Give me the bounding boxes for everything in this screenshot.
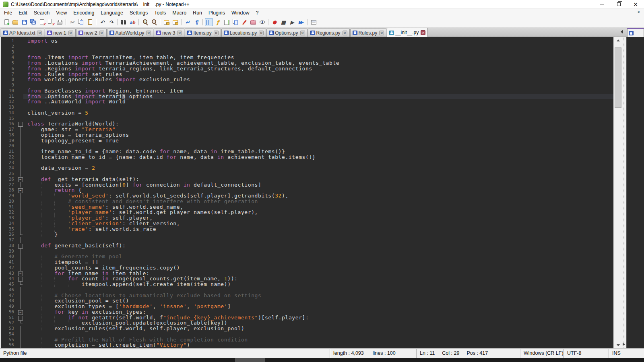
status-insert-mode[interactable]: INS	[609, 349, 644, 358]
print-icon[interactable]	[56, 18, 64, 26]
redo-icon[interactable]: ↷	[107, 18, 115, 26]
close-all-files-icon[interactable]: x	[47, 18, 55, 26]
small-x-icon[interactable]: x	[637, 9, 640, 14]
find-icon[interactable]	[120, 18, 128, 26]
tab-close-icon[interactable]: ×	[259, 31, 264, 35]
menu-run[interactable]: Run	[190, 10, 205, 16]
eye-icon[interactable]	[258, 18, 266, 26]
menu-macro[interactable]: Macro	[169, 10, 190, 16]
view-splitter[interactable]	[622, 37, 626, 348]
tab-ap-ideas-txt[interactable]: AP Ideas.txt×	[1, 29, 44, 37]
lightning-icon[interactable]: ƒ	[214, 18, 222, 26]
menu-encoding[interactable]: Encoding	[70, 10, 97, 16]
tab-autoworld-py[interactable]: AutoWorld.py×	[107, 29, 154, 37]
save-icon[interactable]	[20, 18, 28, 26]
tab-close-icon[interactable]: ×	[343, 31, 347, 35]
menu-[interactable]: ?	[253, 10, 262, 16]
copy-icon[interactable]	[77, 18, 85, 26]
tab--init-py[interactable]: __init__.py×	[387, 28, 428, 37]
document-switcher-icon[interactable]	[231, 18, 239, 26]
tab-new-2[interactable]: new 2×	[76, 29, 107, 37]
document-map-icon[interactable]	[223, 18, 231, 26]
editor[interactable]: 1import os234from .Items import Terraria…	[0, 37, 613, 348]
tab-rules-py[interactable]: Rules.py×	[350, 29, 387, 37]
fold-collapse-icon[interactable]	[17, 309, 23, 315]
status-eol-format[interactable]: Windows (CR LF)	[520, 349, 564, 358]
tab-regions-py[interactable]: Regions.py×	[308, 29, 350, 37]
play-macro-icon[interactable]: ▶	[288, 18, 296, 26]
code-line: 24 data_version = 2	[1, 165, 613, 171]
tab-locations-py[interactable]: Locations.py×	[221, 29, 266, 37]
menu-language[interactable]: Language	[97, 10, 126, 16]
vertical-scrollbar[interactable]	[613, 37, 622, 348]
status-line: Ln : 11	[420, 350, 435, 356]
zoom-out-icon[interactable]: −	[150, 18, 158, 26]
sync-vertical-scroll-icon[interactable]	[162, 18, 170, 26]
status-encoding[interactable]: UTF-8	[564, 349, 609, 358]
secondary-editor[interactable]	[626, 37, 644, 348]
run-macro-multiple-icon[interactable]: ▶▶	[297, 18, 305, 26]
save-all-icon[interactable]	[29, 18, 37, 26]
close-file-icon[interactable]: x	[38, 18, 46, 26]
tab-close-icon[interactable]: ×	[421, 30, 425, 35]
tab-items-py[interactable]: Items.py×	[185, 29, 221, 37]
macro-grid-icon[interactable]	[310, 18, 318, 26]
fold-collapse-icon[interactable]	[17, 276, 23, 282]
menu-view[interactable]: View	[53, 10, 70, 16]
tab-new-3[interactable]: new 3×	[154, 29, 184, 37]
tab-close-icon[interactable]: ×	[300, 31, 305, 35]
close-button[interactable]: ×	[627, 0, 644, 8]
replace-icon[interactable]: ab	[128, 18, 136, 26]
tab-close-icon[interactable]: ×	[214, 31, 219, 35]
indent-guide	[54, 199, 55, 204]
tab-close-icon[interactable]: ×	[99, 31, 104, 35]
tab-close-icon[interactable]: ×	[68, 31, 73, 35]
tab-close-icon[interactable]: ×	[146, 31, 151, 35]
pink-folder-icon[interactable]	[249, 18, 257, 26]
code-text: 'race': self.world.is_race	[23, 226, 156, 232]
code-text: 'world_seed': self.world.slot_seeds[self…	[23, 193, 289, 199]
secondary-view-tab[interactable]	[627, 28, 644, 37]
zoom-in-icon[interactable]: +	[141, 18, 149, 26]
menu-settings[interactable]: Settings	[126, 10, 151, 16]
restore-button[interactable]	[610, 0, 627, 8]
open-file-icon[interactable]	[11, 18, 19, 26]
cut-icon[interactable]: ✂	[68, 18, 76, 26]
tab-close-icon[interactable]: ×	[37, 31, 42, 35]
fold-collapse-icon[interactable]	[17, 121, 23, 127]
code-text: 'seed_name': self.world.seed_name,	[23, 204, 184, 210]
scroll-down-button[interactable]	[614, 342, 623, 348]
code-line: 6from .Regions import terraria_regions, …	[1, 66, 613, 72]
fold-collapse-icon[interactable]	[17, 243, 23, 249]
word-wrap-icon[interactable]: ↵	[184, 18, 192, 26]
fold-collapse-icon[interactable]	[17, 315, 23, 321]
menu-tools[interactable]: Tools	[151, 10, 169, 16]
indent-guide-icon[interactable]	[205, 18, 213, 26]
sync-horizontal-scroll-icon[interactable]	[171, 18, 179, 26]
stop-macro-icon[interactable]: ■	[279, 18, 287, 26]
tab-options-py[interactable]: Options.py×	[266, 29, 307, 37]
tab-scroll-left-icon[interactable]	[621, 30, 623, 34]
menu-window[interactable]: Window	[228, 10, 252, 16]
fold-margin	[17, 199, 23, 204]
fold-collapse-icon[interactable]	[17, 187, 23, 193]
tab-new-1[interactable]: new 1×	[45, 29, 75, 37]
minimize-button[interactable]	[593, 0, 610, 8]
scroll-up-button[interactable]	[614, 37, 623, 43]
tab-close-icon[interactable]: ×	[177, 31, 182, 35]
scrollbar-thumb[interactable]	[615, 47, 621, 108]
paste-icon[interactable]	[86, 18, 94, 26]
record-macro-icon[interactable]: ●	[270, 18, 279, 26]
menu-plugins[interactable]: Plugins	[205, 10, 228, 16]
code-text	[23, 287, 27, 293]
red-pencil-icon[interactable]	[240, 18, 248, 26]
menu-search[interactable]: Search	[31, 10, 53, 16]
undo-icon[interactable]: ↶	[98, 18, 106, 26]
menu-file[interactable]: File	[1, 10, 15, 16]
fold-collapse-icon[interactable]	[17, 177, 23, 182]
menu-edit[interactable]: Edit	[15, 10, 31, 16]
new-file-icon[interactable]	[2, 18, 10, 26]
tab-close-icon[interactable]: ×	[379, 31, 384, 35]
show-all-characters-icon[interactable]: ¶	[192, 18, 200, 26]
fold-collapse-icon[interactable]	[17, 271, 23, 276]
